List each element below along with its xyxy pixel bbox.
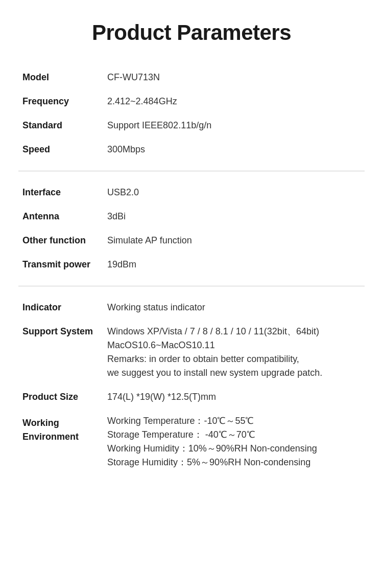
params-table: Model CF-WU713N Frequency 2.412~2.484GHz… [18,65,365,474]
table-row-working-environment: Working Environment Working Temperature：… [18,409,365,474]
support-line4: we suggest you to install new system upg… [107,368,322,378]
table-row: Antenna 3dBi [18,205,365,229]
working-env-line4: Storage Humidity：5%～90%RH Non-condensing [107,457,310,467]
table-row: Transmit power 19dBm [18,253,365,277]
label-transmit-power: Transmit power [18,253,103,277]
value-model: CF-WU713N [103,65,365,89]
value-antenna: 3dBi [103,205,365,229]
value-support-system: Windows XP/Vista / 7 / 8 / 8.1 / 10 / 11… [103,320,365,385]
label-standard: Standard [18,114,103,138]
table-row: Other function Simulate AP function [18,229,365,253]
label-other-function: Other function [18,229,103,253]
divider-line-2 [18,286,365,286]
table-row: Interface USB2.0 [18,180,365,205]
table-row: Speed 300Mbps [18,138,365,162]
table-row: Frequency 2.412~2.484GHz [18,89,365,114]
page-title: Product Parameters [18,20,365,45]
support-line2: MacOS10.6~MacOS10.11 [107,340,215,350]
table-row: Standard Support IEEE802.11b/g/n [18,114,365,138]
label-product-size: Product Size [18,385,103,409]
label-support-system: Support System [18,320,103,385]
support-line1: Windows XP/Vista / 7 / 8 / 8.1 / 10 / 11… [107,326,319,336]
table-row-support-system: Support System Windows XP/Vista / 7 / 8 … [18,320,365,385]
label-interface: Interface [18,180,103,205]
table-row: Model CF-WU713N [18,65,365,89]
label-indicator: Indicator [18,296,103,320]
value-working-environment: Working Temperature：-10℃～55℃ Storage Tem… [103,409,365,474]
working-env-label-line1: Working [22,418,59,428]
label-model: Model [18,65,103,89]
working-env-line3: Working Humidity：10%～90%RH Non-condensin… [107,443,317,454]
divider-row-2 [18,277,365,296]
value-product-size: 174(L) *19(W) *12.5(T)mm [103,385,365,409]
value-interface: USB2.0 [103,180,365,205]
working-env-line2: Storage Temperature： -40℃～70℃ [107,429,255,440]
label-speed: Speed [18,138,103,162]
value-other-function: Simulate AP function [103,229,365,253]
value-frequency: 2.412~2.484GHz [103,89,365,114]
working-env-line1: Working Temperature：-10℃～55℃ [107,416,254,426]
table-row-indicator: Indicator Working status indicator [18,296,365,320]
support-line3: Remarks: in order to obtain better compa… [107,354,299,364]
value-standard: Support IEEE802.11b/g/n [103,114,365,138]
value-transmit-power: 19dBm [103,253,365,277]
label-antenna: Antenna [18,205,103,229]
label-frequency: Frequency [18,89,103,114]
divider-line-1 [18,171,365,171]
working-env-label-line2: Environment [22,432,79,442]
label-working-environment: Working Environment [18,409,103,474]
table-row-product-size: Product Size 174(L) *19(W) *12.5(T)mm [18,385,365,409]
value-speed: 300Mbps [103,138,365,162]
value-indicator: Working status indicator [103,296,365,320]
divider-row-1 [18,162,365,180]
